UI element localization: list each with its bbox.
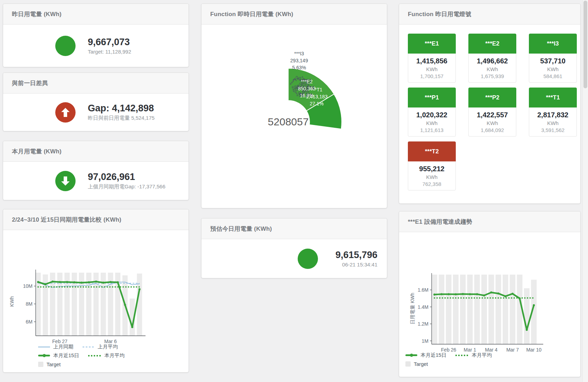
- panel-header: ***E1 設備用電達成趨勢: [399, 211, 580, 232]
- panel-title: ***E1 設備用電達成趨勢: [408, 218, 472, 226]
- vertical-scrollbar-thumb[interactable]: [583, 1, 587, 88]
- stat-subtitle: Target: 11,128,992: [88, 49, 131, 55]
- tile-header: ***T1: [529, 88, 577, 107]
- legend-item[interactable]: Target: [38, 362, 61, 367]
- legend-item[interactable]: 本月近15日: [405, 352, 446, 359]
- legend-label: 上月同期: [53, 343, 73, 350]
- tile-header: ***E1: [408, 34, 456, 54]
- donut-center-total: 5208057: [268, 116, 309, 128]
- arrow-up-icon: [61, 107, 70, 117]
- tile-target: 3,591,562: [541, 127, 565, 133]
- tile-value: 955,212: [419, 165, 444, 173]
- vertical-scrollbar-track[interactable]: [582, 0, 588, 382]
- legend-row: 本月近15日本月平均: [405, 352, 501, 359]
- panel-body: 9,615,796 06-21 15:34:41: [201, 239, 387, 278]
- legend-swatch-thick-green-icon: [38, 355, 50, 356]
- status-circle-red: [55, 102, 76, 123]
- status-circle-green: [298, 249, 318, 269]
- stat-text: 97,026,961 上個月同期用電Gap: -17,377,566: [88, 172, 165, 190]
- panel-title: 本月用電量 (KWh): [12, 147, 62, 155]
- tile-unit: KWh: [487, 66, 498, 72]
- panel-header: 本月用電量 (KWh): [3, 141, 189, 162]
- panel-yesterday-usage: 昨日用電量 (KWh) 9,667,073 Target: 11,128,992: [3, 4, 189, 67]
- panel-header: Function 昨日用電燈號: [399, 4, 580, 25]
- light-tile: ***P21,422,557KWh1,684,092: [468, 88, 516, 137]
- tile-body: 537,710KWh584,861: [529, 54, 577, 83]
- status-circle-green: [55, 36, 76, 56]
- legend-item[interactable]: 上月同期: [38, 343, 73, 350]
- panel-title: 與前一日差異: [12, 79, 48, 87]
- panel-title: Function 昨日用電燈號: [408, 10, 471, 18]
- panel-body: 9,667,073 Target: 11,128,992: [3, 25, 189, 67]
- legend-item[interactable]: 本月平均: [455, 352, 492, 359]
- legend-swatch-dot-green-icon: [88, 355, 101, 356]
- light-tile: ***T2955,212KWh762,358: [408, 141, 456, 191]
- stat-value: 9,615,796: [335, 250, 377, 261]
- stat-value: 9,667,073: [88, 37, 131, 48]
- donut-chart: [201, 4, 387, 208]
- light-tiles-grid: ***E11,415,856KWh1,700,157***E21,496,662…: [408, 34, 577, 191]
- status-circle-green: [55, 171, 76, 191]
- tile-target: 1,675,939: [481, 73, 504, 79]
- panel-title: 2/24~3/10 近15日同期用電量比較 (KWh): [12, 216, 121, 224]
- tile-unit: KWh: [426, 66, 438, 72]
- panel-day-gap: 與前一日差異 Gap: 4,142,898 昨日與前日用電量 5,524,175: [3, 72, 189, 131]
- legend-label: 本月平均: [104, 352, 125, 359]
- legend-item[interactable]: 上月平均: [83, 343, 118, 350]
- tile-unit: KWh: [426, 120, 438, 126]
- tile-value: 2,817,832: [537, 111, 568, 119]
- panel-header: Function 即時日用電量 (KWh): [201, 4, 387, 25]
- panel-header: 2/24~3/10 近15日同期用電量比較 (KWh): [3, 209, 189, 230]
- legend-swatch-thick-green-icon: [405, 354, 417, 356]
- stat-value: Gap: 4,142,898: [88, 103, 155, 114]
- svg-text:8M: 8M: [26, 301, 33, 307]
- tile-value: 1,422,557: [477, 111, 508, 119]
- tile-header: ***I3: [529, 34, 577, 54]
- svg-text:10M: 10M: [23, 283, 33, 289]
- legend-row: 上月同期上月平均: [38, 343, 134, 350]
- tile-body: 1,422,557KWh1,684,092: [468, 107, 516, 137]
- chart-legend: 上月同期上月平均本月近15日本月平均Target: [38, 343, 134, 370]
- panel-yesterday-lights: Function 昨日用電燈號 ***E11,415,856KWh1,700,1…: [399, 4, 581, 204]
- panel-body: 97,026,961 上個月同期用電Gap: -17,377,566: [3, 162, 189, 200]
- panel-estimated-today: 預估今日用電量 (KWh) 9,615,796 06-21 15:34:41: [201, 218, 387, 278]
- light-tile: ***I3537,710KWh584,861: [529, 34, 577, 83]
- tile-unit: KWh: [547, 66, 559, 72]
- panel-title: Function 即時日用電量 (KWh): [210, 10, 293, 18]
- tile-target: 762,358: [422, 181, 441, 187]
- tile-target: 584,861: [543, 73, 562, 79]
- svg-text:1.2M: 1.2M: [418, 321, 428, 327]
- arrow-down-icon: [61, 176, 70, 186]
- svg-text:KWh: KWh: [9, 296, 15, 307]
- legend-row: Target: [405, 361, 501, 367]
- tile-header: ***P2: [468, 88, 516, 107]
- legend-item[interactable]: Target: [405, 361, 428, 367]
- legend-swatch-dot-green-icon: [455, 355, 468, 356]
- panel-15day-comparison-chart: 2/24~3/10 近15日同期用電量比較 (KWh) 6M8M10MFeb 2…: [3, 209, 189, 373]
- tile-unit: KWh: [547, 120, 559, 126]
- legend-item[interactable]: 本月平均: [88, 352, 125, 359]
- panel-e1-trend-chart: ***E1 設備用電達成趨勢 1M1.2M1.4M1.6MFeb 26Mar 1…: [399, 211, 581, 377]
- panel-title: 昨日用電量 (KWh): [12, 10, 62, 18]
- panel-header: 昨日用電量 (KWh): [3, 4, 189, 25]
- tile-value: 1,020,322: [416, 111, 447, 119]
- legend-item[interactable]: 本月近15日: [38, 352, 79, 359]
- legend-swatch-line-blue-icon: [38, 347, 50, 347]
- tile-target: 1,700,157: [420, 73, 444, 79]
- panel-realtime-donut: Function 即時日用電量 (KWh) ***T11,413,18327.1…: [201, 4, 387, 208]
- legend-swatch-dash-blue-icon: [83, 347, 94, 347]
- svg-text:日用電量 KWh: 日用電量 KWh: [410, 293, 415, 324]
- panel-header: 預估今日用電量 (KWh): [201, 218, 387, 239]
- legend-swatch-square-gray-icon: [405, 361, 411, 367]
- tile-unit: KWh: [426, 174, 438, 180]
- tile-header: ***E2: [468, 34, 516, 54]
- tile-header: ***T2: [408, 141, 456, 161]
- svg-text:Mar 7: Mar 7: [506, 347, 519, 353]
- tile-target: 1,121,613: [420, 127, 444, 133]
- light-tile: ***E11,415,856KWh1,700,157: [408, 34, 456, 83]
- panel-title: 預估今日用電量 (KWh): [210, 225, 272, 233]
- donut-label: ***I3293,1495.63%: [290, 50, 308, 71]
- svg-text:1.4M: 1.4M: [418, 304, 428, 310]
- light-tile: ***T12,817,832KWh3,591,562: [529, 88, 577, 137]
- legend-swatch-square-gray-icon: [38, 362, 43, 367]
